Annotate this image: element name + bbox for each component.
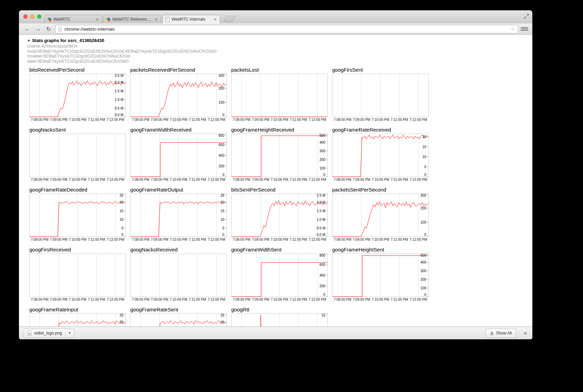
close-window-button[interactable] (23, 14, 28, 19)
svg-text:25: 25 (221, 313, 225, 317)
chart-packetsSentPerSecond: packetsSentPerSecond30020010007:08:00 PM… (332, 187, 429, 241)
stats-section-header[interactable]: ▼ Stats graphs for ssrc_4136526430 (27, 38, 532, 43)
minimize-window-button[interactable] (30, 14, 34, 19)
time-tick-label: 7:12:00 PM (308, 298, 326, 301)
webrtc-favicon-icon (106, 18, 110, 21)
menu-icon[interactable] (521, 26, 528, 32)
page-icon (58, 27, 62, 31)
close-download-bar-icon[interactable]: ✕ (523, 331, 528, 336)
time-tick-label: 7:08:00 PM (31, 238, 48, 241)
chart-title: bitsSentPerSecond (231, 187, 328, 193)
reload-button[interactable]: ↻ (44, 25, 53, 33)
svg-text:300: 300 (420, 194, 426, 197)
chart-packetsLost: packetsLost7:08:00 PM7:09:00 PM7:10:00 P… (231, 67, 328, 122)
download-arrow-icon (490, 331, 494, 335)
time-tick-label: 7:09:00 PM (50, 118, 68, 122)
bookmark-star-icon[interactable]: ☆ (511, 26, 515, 32)
new-tab-button[interactable] (223, 16, 236, 22)
url-text[interactable]: chrome://webrtc-internals (64, 27, 508, 32)
tab-close-icon[interactable]: ✕ (213, 17, 217, 22)
svg-text:400: 400 (218, 154, 224, 157)
time-tick-label: 7:09:00 PM (353, 238, 370, 241)
chart-plot (29, 134, 126, 177)
time-tick-label: 7:12:00 PM (106, 298, 124, 301)
svg-text:400: 400 (420, 261, 426, 265)
chart-title: googFrameRateSent (130, 307, 227, 312)
time-tick-label: 7:11:00 PM (189, 118, 206, 122)
svg-text:25: 25 (221, 194, 225, 197)
download-bar: vidtel_logo.png ▼ Show All ✕ (19, 327, 532, 339)
chart-plot: 8006004002000 (231, 254, 328, 297)
stat-meta-label: label:6E9laEYkyxIkTCxDgc82ZGoEhlCfxNuCKr… (27, 59, 532, 64)
svg-text:800: 800 (218, 134, 224, 137)
zoom-window-button[interactable] (37, 14, 41, 19)
title-bar: WebRTC ✕ WebRTC Reference App ✕ WebRTC I… (19, 10, 532, 23)
chart-googFirsReceived: googFirsReceived7:08:00 PM7:09:00 PM7:10… (29, 247, 126, 301)
tab-webrtc-reference-app[interactable]: WebRTC Reference App ✕ (103, 15, 161, 23)
time-tick-label: 7:10:00 PM (170, 118, 187, 122)
time-tick-label: 7:09:00 PM (50, 238, 68, 241)
svg-text:5: 5 (424, 165, 426, 169)
chart-title: packetsReceivedPerSecond (130, 67, 227, 73)
chart-title: packetsSentPerSecond (332, 187, 429, 193)
svg-text:100: 100 (420, 286, 426, 290)
svg-text:100: 100 (319, 166, 325, 170)
fullscreen-icon[interactable] (524, 14, 529, 20)
download-chevron-down-icon[interactable]: ▼ (66, 331, 74, 335)
time-tick-label: 7:08:00 PM (233, 238, 250, 241)
time-tick-label: 7:12:00 PM (308, 178, 326, 182)
time-tick-label: 7:09:00 PM (252, 178, 269, 182)
tab-close-icon[interactable]: ✕ (95, 17, 99, 22)
address-bar[interactable]: chrome://webrtc-internals ☆ (55, 25, 518, 33)
show-all-label: Show All (496, 331, 512, 336)
chart-plot: 2520151050 (29, 313, 126, 327)
time-tick-label: 7:08:00 PM (233, 298, 250, 301)
tab-webrtc-internals[interactable]: WebRTC Internals ✕ (162, 15, 220, 23)
time-tick-label: 7:12:00 PM (308, 118, 326, 122)
tab-label: WebRTC Reference App (112, 17, 153, 22)
time-axis: 7:08:00 PM7:09:00 PM7:10:00 PM7:11:00 PM… (29, 237, 126, 241)
time-tick-label: 7:12:00 PM (409, 178, 427, 182)
chart-plot: 5004003002001000 (332, 254, 429, 297)
svg-text:500: 500 (319, 134, 325, 137)
time-tick-label: 7:09:00 PM (151, 238, 168, 241)
chart-plot: 3002001000 (332, 194, 429, 237)
tab-webrtc[interactable]: WebRTC ✕ (44, 15, 102, 23)
time-tick-label: 7:11:00 PM (88, 178, 105, 182)
svg-text:0: 0 (222, 233, 224, 237)
time-tick-label: 7:12:00 PM (409, 298, 427, 301)
collapse-triangle-icon[interactable]: ▼ (27, 39, 30, 42)
time-tick-label: 7:10:00 PM (270, 238, 288, 241)
svg-text:800: 800 (319, 254, 325, 257)
time-tick-label: 7:12:00 PM (106, 178, 124, 182)
time-axis: 7:08:00 PM7:09:00 PM7:10:00 PM7:11:00 PM… (29, 177, 126, 182)
chart-title: googFirsReceived (29, 247, 126, 252)
show-all-button[interactable]: Show All (485, 329, 516, 338)
svg-text:0: 0 (323, 173, 325, 177)
svg-text:10: 10 (422, 155, 427, 159)
tab-close-icon[interactable]: ✕ (154, 17, 158, 22)
svg-text:1.0 M: 1.0 M (115, 98, 123, 102)
time-tick-label: 7:11:00 PM (189, 298, 206, 301)
back-button[interactable]: ← (23, 25, 31, 33)
chart-title: googNacksSent (29, 127, 126, 133)
time-axis: 7:08:00 PM7:09:00 PM7:10:00 PM7:11:00 PM… (332, 117, 429, 122)
forward-button[interactable]: → (34, 25, 42, 33)
svg-text:200: 200 (319, 158, 325, 162)
svg-text:300: 300 (319, 149, 325, 153)
svg-text:0: 0 (323, 293, 325, 297)
svg-text:500: 500 (420, 254, 426, 257)
browser-toolbar: ← → ↻ chrome://webrtc-internals ☆ (19, 23, 532, 35)
chart-googFrameWidthReceived: googFrameWidthReceived80060040020007:08:… (130, 127, 227, 182)
chart-plot: 3002001000 (130, 74, 227, 117)
time-tick-label: 7:10:00 PM (170, 298, 187, 301)
svg-text:0: 0 (222, 113, 224, 117)
time-tick-label: 7:10:00 PM (371, 178, 389, 182)
svg-text:200: 200 (420, 206, 426, 210)
download-item[interactable]: vidtel_logo.png ▼ (24, 329, 74, 338)
time-tick-label: 7:08:00 PM (334, 298, 351, 301)
chart-googFrameHeightSent: googFrameHeightSent50040030020010007:08:… (332, 247, 429, 301)
time-tick-label: 7:12:00 PM (207, 298, 225, 301)
chart-bitsReceivedPerSecond: bitsReceivedPerSecond2.5 M2.0 M1.5 M1.0 … (29, 67, 126, 122)
time-axis: 7:08:00 PM7:09:00 PM7:10:00 PM7:11:00 PM… (130, 117, 227, 122)
